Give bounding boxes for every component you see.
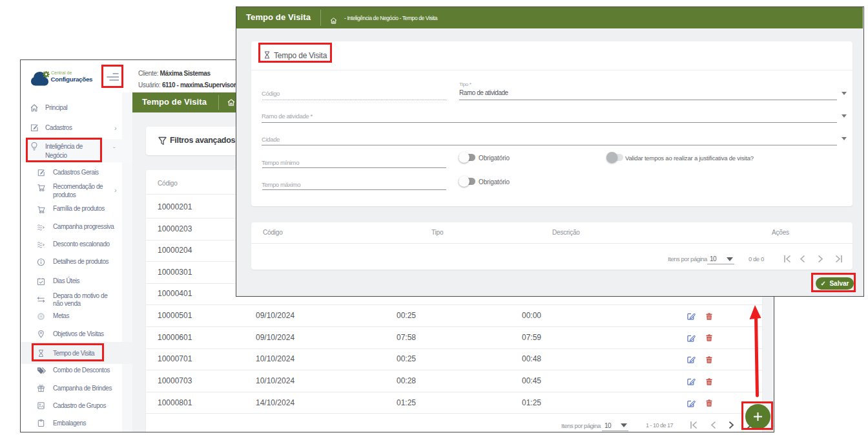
svg-text:Configurações: Configurações	[51, 76, 94, 83]
svg-text:Central de: Central de	[51, 70, 72, 75]
